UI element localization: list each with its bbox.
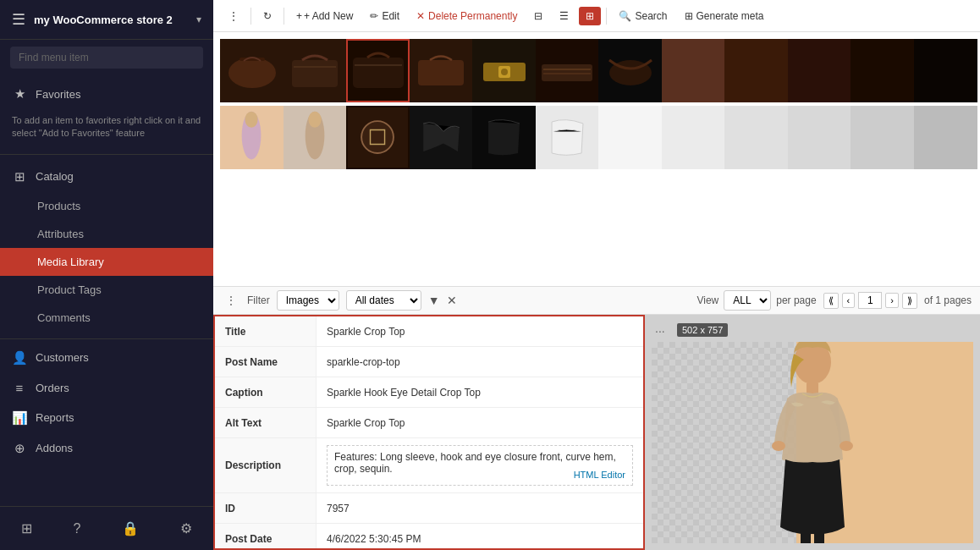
page-last-button[interactable]: ⟫ xyxy=(902,293,917,309)
sidebar-item-label: Orders xyxy=(36,382,69,394)
media-thumb-16[interactable] xyxy=(410,106,473,169)
media-thumb-1[interactable] xyxy=(220,39,284,102)
page-prev-button[interactable]: ‹ xyxy=(842,293,856,308)
html-editor-link[interactable]: HTML Editor xyxy=(574,470,625,480)
media-thumb-21[interactable] xyxy=(724,106,788,169)
catalog-icon: ⊞ xyxy=(12,169,27,184)
sidebar-item-products[interactable]: Products xyxy=(0,192,213,220)
preview-dimensions: 502 x 757 xyxy=(677,323,728,337)
favorites-hint: To add an item to favorites right click … xyxy=(0,109,213,147)
sidebar-item-label: Products xyxy=(37,200,80,212)
filter-label: Filter xyxy=(247,294,270,306)
lock-icon[interactable]: 🔒 xyxy=(117,515,144,542)
settings-icon[interactable]: ⚙ xyxy=(175,515,197,542)
page-nav: ⟪ ‹ › ⟫ of 1 pages xyxy=(823,292,972,309)
description-value: Features: Long sleeve, hook and eye clos… xyxy=(317,438,643,492)
sidebar-item-label: Addons xyxy=(36,442,73,454)
icon-button-1[interactable]: ⊟ xyxy=(527,7,549,25)
description-label: Description xyxy=(215,438,317,492)
filter-icon[interactable]: ▼ xyxy=(428,294,440,307)
refresh-button[interactable]: ↻ xyxy=(256,7,278,25)
add-new-button[interactable]: + + Add New xyxy=(289,7,360,25)
sidebar-item-comments[interactable]: Comments xyxy=(0,304,213,332)
sidebar-item-addons[interactable]: ⊕ Addons xyxy=(0,433,213,464)
sidebar-favorites-section: ★ Favorites To add an item to favorites … xyxy=(0,75,213,151)
media-thumb-2[interactable] xyxy=(284,39,347,102)
store-name: my WooCommerce store 2 xyxy=(25,14,196,26)
sidebar-grid-icon[interactable]: ⊞ xyxy=(16,515,37,542)
chevron-down-icon[interactable]: ▾ xyxy=(196,14,201,25)
media-thumb-15[interactable] xyxy=(346,106,410,169)
list-view-button[interactable]: ☰ xyxy=(553,7,575,25)
media-thumb-7[interactable] xyxy=(598,39,662,102)
title-input[interactable] xyxy=(327,326,633,338)
filter-type-select[interactable]: Images All xyxy=(277,290,339,311)
x-icon: ✕ xyxy=(416,10,425,22)
search-input[interactable] xyxy=(10,47,203,69)
filter-clear-icon[interactable]: ✕ xyxy=(447,294,457,307)
view-all-select[interactable]: ALL 10 25 xyxy=(724,290,771,311)
grid-view-button[interactable]: ⊞ xyxy=(579,7,601,25)
meta-icon: ⊞ xyxy=(685,10,693,22)
edit-button[interactable]: ✏ Edit xyxy=(363,7,406,25)
toolbar-dots-menu[interactable]: ⋮ xyxy=(222,7,245,25)
search-button[interactable]: 🔍 Search xyxy=(612,7,674,25)
sidebar-item-attributes[interactable]: Attributes xyxy=(0,220,213,248)
media-thumb-4[interactable] xyxy=(410,39,473,102)
sidebar-item-orders[interactable]: ≡ Orders xyxy=(0,373,213,403)
media-thumb-20[interactable] xyxy=(662,106,725,169)
toolbar: ⋮ ↻ + + Add New ✏ Edit ✕ Delete Permanen… xyxy=(213,0,980,32)
grid-small-icon: ⊟ xyxy=(534,10,542,22)
help-icon[interactable]: ? xyxy=(69,516,86,542)
media-thumb-17[interactable] xyxy=(472,106,536,169)
description-box[interactable]: Features: Long sleeve, hook and eye clos… xyxy=(327,445,633,486)
media-thumb-3[interactable] xyxy=(346,39,410,102)
filter-date-select[interactable]: All dates April 2022 xyxy=(346,290,421,311)
svg-rect-12 xyxy=(543,73,591,74)
media-thumb-12[interactable] xyxy=(914,39,977,102)
sidebar-item-reports[interactable]: 📊 Reports xyxy=(0,403,213,433)
media-thumb-22[interactable] xyxy=(788,106,851,169)
preview-person-container xyxy=(728,352,897,533)
media-thumb-23[interactable] xyxy=(851,106,914,169)
media-grid xyxy=(220,39,973,169)
id-label: ID xyxy=(215,493,317,523)
media-thumb-19[interactable] xyxy=(598,106,662,169)
sidebar-item-favorites[interactable]: ★ Favorites xyxy=(0,79,213,109)
page-first-button[interactable]: ⟪ xyxy=(823,293,839,309)
svg-rect-4 xyxy=(353,58,404,88)
sidebar-item-catalog[interactable]: ⊞ Catalog xyxy=(0,162,213,192)
main-content: ⋮ ↻ + + Add New ✏ Edit ✕ Delete Permanen… xyxy=(213,0,980,550)
svg-rect-2 xyxy=(292,60,338,87)
generate-meta-button[interactable]: ⊞ Generate meta xyxy=(678,7,771,25)
media-thumb-14[interactable] xyxy=(284,106,347,169)
sidebar-search-container xyxy=(0,40,213,75)
alt-text-value: Sparkle Crop Top xyxy=(317,408,643,437)
sidebar-item-label: Catalog xyxy=(36,170,74,183)
detail-row-caption: Caption Sparkle Hook Eye Detail Crop Top xyxy=(215,377,643,408)
sidebar-item-customers[interactable]: 👤 Customers xyxy=(0,343,213,373)
sidebar-catalog-section: ⊞ Catalog Products Attributes Media Libr… xyxy=(0,158,213,335)
page-input[interactable] xyxy=(858,292,882,309)
media-thumb-13[interactable] xyxy=(220,106,284,169)
sidebar-item-product-tags[interactable]: Product Tags xyxy=(0,276,213,304)
svg-rect-6 xyxy=(418,60,464,85)
preview-more-dots[interactable]: ... xyxy=(652,320,669,337)
sidebar-item-media-library[interactable]: Media Library xyxy=(0,248,213,276)
media-thumb-24[interactable] xyxy=(914,106,977,169)
media-thumb-6[interactable] xyxy=(536,39,599,102)
media-thumb-11[interactable] xyxy=(851,39,914,102)
media-thumb-5[interactable] xyxy=(472,39,536,102)
detail-row-post-date: Post Date 4/6/2022 5:30:45 PM xyxy=(215,524,643,550)
hamburger-icon[interactable]: ☰ xyxy=(12,10,25,29)
delete-button[interactable]: ✕ Delete Permanently xyxy=(410,7,524,25)
post-date-value: 4/6/2022 5:30:45 PM xyxy=(317,524,643,550)
media-thumb-10[interactable] xyxy=(788,39,851,102)
media-thumb-9[interactable] xyxy=(724,39,788,102)
bottom-panel: Title Post Name sparkle-crop-top Caption… xyxy=(213,315,980,550)
svg-rect-5 xyxy=(355,64,402,66)
page-next-button[interactable]: › xyxy=(885,293,899,308)
media-thumb-18[interactable] xyxy=(536,106,599,169)
media-thumb-8[interactable] xyxy=(662,39,725,102)
dots-icon-2[interactable]: ⋮ xyxy=(222,292,240,309)
